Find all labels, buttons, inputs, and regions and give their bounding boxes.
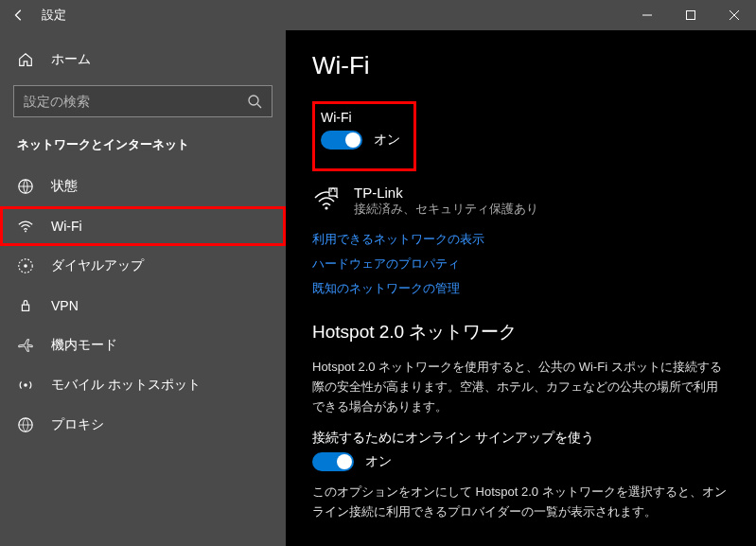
proxy-icon [17,416,34,433]
svg-rect-10 [329,188,337,196]
minimize-button[interactable] [625,0,669,30]
sidebar-item-hotspot[interactable]: モバイル ホットスポット [0,365,286,405]
sidebar-item-wifi[interactable]: Wi-Fi [0,206,286,246]
link-show-networks[interactable]: 利用できるネットワークの表示 [312,231,730,248]
svg-rect-0 [687,11,695,20]
airplane-icon [17,337,34,354]
search-input[interactable] [14,86,237,116]
sidebar-item-label: VPN [51,298,79,313]
online-signup-toggle-state: オン [365,453,392,470]
sidebar-item-label: 機内モード [51,337,117,354]
hotspot-icon [17,377,34,394]
svg-point-3 [25,231,26,233]
wifi-toggle-label: Wi-Fi [321,110,404,125]
hotspot-footer-text: このオプションをオンにして Hotspot 2.0 ネットワークを選択すると、オ… [312,483,729,522]
sidebar-item-vpn[interactable]: VPN [0,286,286,326]
wifi-connected-icon [312,185,341,213]
link-hardware-properties[interactable]: ハードウェアのプロパティ [312,255,730,273]
sidebar-home-label: ホーム [51,51,91,68]
sidebar-home[interactable]: ホーム [0,42,286,78]
status-icon [17,178,34,195]
svg-point-9 [325,206,327,209]
sidebar-item-label: ダイヤルアップ [51,257,144,274]
sidebar-item-label: Wi-Fi [51,219,82,234]
svg-point-5 [24,264,27,268]
titlebar: 設定 [0,0,756,30]
sidebar-item-proxy[interactable]: プロキシ [0,405,286,445]
close-button[interactable] [712,0,756,30]
page-title: Wi-Fi [312,51,730,80]
link-known-networks[interactable]: 既知のネットワークの管理 [312,280,730,297]
search-box[interactable] [13,85,273,117]
main-content: Wi-Fi Wi-Fi オン TP-L [286,30,756,546]
sidebar-item-dialup[interactable]: ダイヤルアップ [0,246,286,286]
maximize-button[interactable] [669,0,712,30]
sidebar-item-status[interactable]: 状態 [0,167,286,206]
dialup-icon [17,257,34,274]
online-signup-toggle[interactable] [312,452,354,471]
svg-point-1 [249,96,258,105]
vpn-icon [17,297,34,314]
wifi-toggle-section: Wi-Fi オン [312,101,416,171]
back-button[interactable] [11,9,26,22]
wifi-icon [17,218,34,235]
sidebar: ホーム ネットワークとインターネット 状態 [0,30,286,546]
home-icon [17,51,34,68]
svg-point-7 [24,383,27,387]
network-name: TP-Link [354,185,538,201]
sidebar-item-label: 状態 [51,178,78,195]
window-title: 設定 [42,7,66,24]
sidebar-item-label: モバイル ホットスポット [51,377,201,394]
hotspot-description: Hotspot 2.0 ネットワークを使用すると、公共の Wi-Fi スポットに… [312,358,729,416]
connected-network[interactable]: TP-Link 接続済み、セキュリティ保護あり [312,185,730,218]
sidebar-item-label: プロキシ [51,416,104,433]
sidebar-heading: ネットワークとインターネット [0,131,286,167]
network-status: 接続済み、セキュリティ保護あり [354,201,538,218]
wifi-toggle[interactable] [321,131,362,150]
hotspot-section-title: Hotspot 2.0 ネットワーク [312,320,730,344]
sidebar-item-airplane[interactable]: 機内モード [0,326,286,365]
online-signup-label: 接続するためにオンライン サインアップを使う [312,430,730,447]
search-icon [237,94,272,109]
wifi-toggle-state: オン [374,132,400,149]
svg-rect-6 [22,305,28,310]
